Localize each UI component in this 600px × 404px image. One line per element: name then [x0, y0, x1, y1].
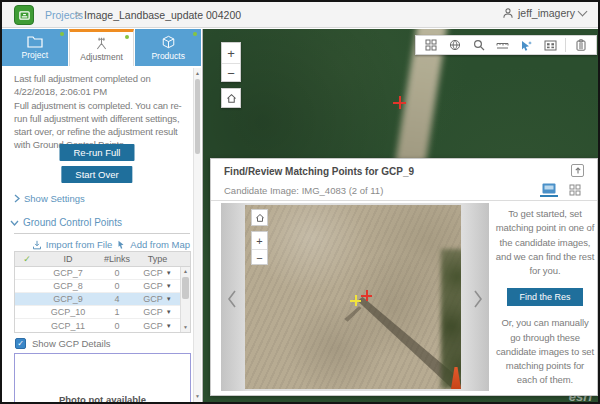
view-toggles	[540, 182, 584, 197]
divider	[211, 200, 597, 201]
gcp-type: GCP	[143, 307, 163, 317]
gcp-table-header: ✓ ID #Links Type	[15, 252, 190, 267]
find-the-rest-button[interactable]: Find the Res	[507, 288, 583, 306]
dropdown-arrow-icon[interactable]: ▼	[166, 270, 172, 276]
scrollbar-thumb[interactable]	[182, 277, 189, 299]
gcp-marker-cross	[393, 96, 406, 109]
single-image-view-toggle[interactable]	[540, 182, 558, 197]
home-icon	[255, 213, 265, 223]
scroll-up-icon[interactable]: ▲	[194, 69, 201, 78]
gcp-type: GCP	[143, 294, 163, 304]
gcp-links: 0	[97, 321, 137, 331]
dropdown-arrow-icon[interactable]: ▼	[166, 283, 172, 289]
select-matching-point-icon[interactable]	[517, 37, 535, 53]
tab-adjustment[interactable]: Adjustment	[69, 29, 135, 66]
gcp-links: 0	[97, 281, 137, 291]
scroll-down-icon[interactable]: ▼	[194, 392, 201, 401]
grid-view-toggle[interactable]	[566, 182, 584, 197]
checkbox-checked-icon: ✓	[15, 338, 26, 349]
cube-icon	[161, 35, 176, 49]
last-adjustment-text: Last full adjustment completed on 4/22/2…	[14, 72, 192, 98]
photo-zoom-in-button[interactable]: +	[252, 232, 267, 249]
dropdown-arrow-icon[interactable]: ▼	[166, 309, 172, 315]
gcp-actions: Import from File Add from Map	[2, 239, 190, 250]
clipboard-icon[interactable]	[572, 37, 590, 53]
gcp-id: GCP_11	[39, 321, 97, 331]
tab-label: Project	[22, 50, 48, 60]
next-image-button[interactable]	[471, 287, 485, 311]
matching-points-panel: Find/Review Matching Points for GCP_9 Ca…	[210, 158, 598, 396]
add-from-map-link[interactable]: Add from Map	[130, 239, 190, 250]
candidate-photo[interactable]: + −	[245, 205, 461, 389]
sidebar-scrollbar[interactable]: ▲ ▼	[193, 68, 201, 402]
instruction-text-1: To get started, set matching point in on…	[495, 207, 595, 278]
left-panel: Project Adjustment Products Last full ad…	[2, 29, 203, 402]
table-row-selected[interactable]: GCP_9 4 GCP▼	[15, 293, 190, 306]
app-header: Projects > Image_Landbase_update 004200 …	[2, 2, 598, 28]
add-from-map-cursor-icon	[116, 240, 126, 250]
column-header-links: #Links	[97, 254, 137, 264]
panel-tabs: Project Adjustment Products	[2, 29, 202, 66]
rerun-full-button[interactable]: Re-run Full	[60, 144, 135, 161]
photo-zoom-out-button[interactable]: −	[252, 249, 267, 266]
map-zoom-control: + −	[221, 42, 241, 82]
gcp-id: GCP_9	[39, 294, 97, 304]
gcp-section-toggle[interactable]: Ground Control Points	[10, 217, 122, 228]
user-icon	[502, 7, 514, 19]
zoom-in-button[interactable]: +	[222, 43, 240, 63]
gcp-cross-red	[361, 290, 372, 301]
import-file-icon	[32, 240, 42, 250]
vegetation-edge	[441, 249, 461, 389]
home-icon	[226, 93, 237, 104]
table-row[interactable]: GCP_7 0 GCP▼	[15, 267, 190, 280]
chevron-down-icon	[578, 7, 588, 17]
home-extent-button[interactable]	[221, 88, 241, 108]
table-scrollbar[interactable]: ▲ ▼	[180, 267, 190, 332]
adjustment-tripod-icon	[94, 36, 109, 50]
scrollbar-thumb[interactable]	[195, 79, 200, 154]
user-menu[interactable]: jeff_imagery	[502, 7, 586, 19]
gcp-id: GCP_7	[39, 268, 97, 278]
previous-image-button[interactable]	[225, 287, 239, 311]
gcp-table: ✓ ID #Links Type GCP_7 0 GCP▼ GCP_8 0 GC…	[14, 251, 191, 333]
show-settings-toggle[interactable]: Show Settings	[14, 193, 85, 204]
check-column-icon: ✓	[15, 254, 39, 264]
measure-swipe-icon[interactable]	[494, 37, 512, 53]
chevron-right-icon	[14, 194, 20, 203]
gcp-id: GCP_10	[39, 307, 97, 317]
zoom-out-button[interactable]: −	[222, 63, 240, 83]
table-row[interactable]: GCP_11 0 GCP▼	[15, 319, 190, 332]
show-settings-label: Show Settings	[24, 193, 85, 204]
photo-home-button[interactable]	[251, 209, 268, 226]
table-row[interactable]: GCP_10 1 GCP▼	[15, 306, 190, 319]
search-icon[interactable]	[470, 37, 488, 53]
divider	[14, 233, 190, 234]
project-title: Image_Landbase_update 004200	[84, 9, 241, 21]
start-over-button[interactable]: Start Over	[61, 166, 132, 183]
show-gcp-details-checkbox[interactable]: ✓ Show GCP Details	[15, 338, 111, 349]
gcp-photo-preview: Photo not available	[14, 353, 191, 404]
dropdown-arrow-icon[interactable]: ▼	[166, 323, 172, 329]
matching-instructions: To get started, set matching point in on…	[495, 207, 595, 388]
scroll-up-icon[interactable]: ▲	[181, 267, 190, 276]
basemap-globe-icon[interactable]	[446, 37, 464, 53]
scroll-down-icon[interactable]: ▼	[181, 323, 190, 332]
image-collection-icon[interactable]	[541, 37, 559, 53]
ortho-maker-logo-icon	[14, 5, 34, 25]
matching-panel-title: Find/Review Matching Points for GCP_9	[224, 166, 414, 177]
tab-label: Products	[151, 51, 185, 61]
tab-status-dot	[193, 32, 197, 36]
collapse-panel-icon[interactable]	[571, 164, 584, 177]
folder-icon	[27, 35, 43, 48]
tab-products[interactable]: Products	[135, 29, 201, 66]
tab-label: Adjustment	[80, 52, 123, 62]
import-from-file-link[interactable]: Import from File	[46, 239, 113, 250]
dropdown-arrow-icon[interactable]: ▼	[166, 296, 172, 302]
table-row[interactable]: GCP_8 0 GCP▼	[15, 280, 190, 293]
column-header-id: ID	[39, 254, 97, 264]
toolbar-divider	[565, 38, 566, 52]
photo-zoom-control: + −	[251, 231, 268, 265]
thumbnail-grid-icon[interactable]	[422, 37, 440, 53]
photo-not-available-text: Photo not available	[15, 394, 190, 404]
tab-project[interactable]: Project	[2, 29, 68, 66]
